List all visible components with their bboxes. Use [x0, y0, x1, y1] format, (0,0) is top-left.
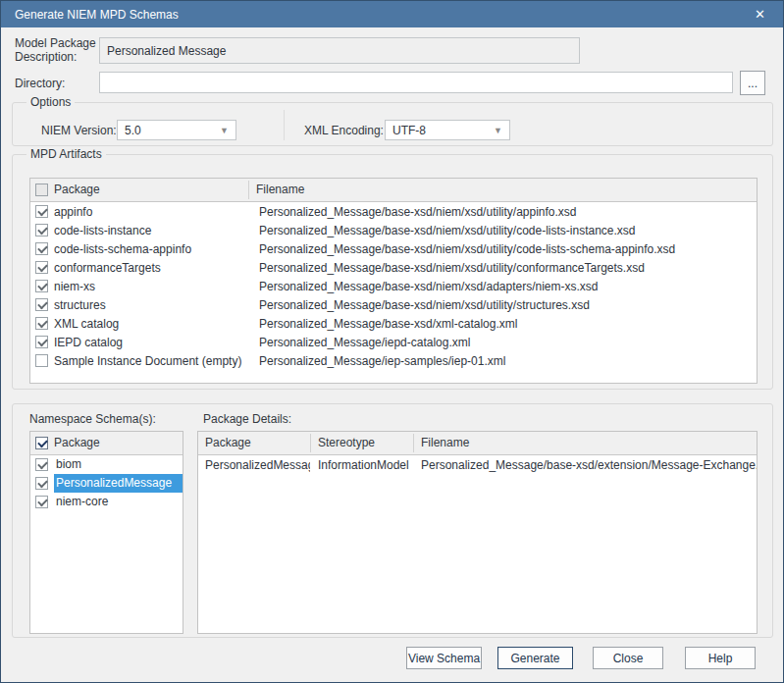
close-button[interactable]: Close	[593, 647, 663, 669]
artifact-package-name: niem-xs	[54, 280, 248, 293]
chevron-down-icon: ▼	[220, 126, 229, 135]
browse-directory-button[interactable]: ...	[740, 71, 765, 95]
artifact-filename: Personalized_Message/base-xsd/niem/xsd/a…	[248, 280, 757, 293]
artifact-filename: Personalized_Message/iep-samples/iep-01.…	[248, 354, 757, 368]
column-header-package[interactable]: Package	[205, 432, 251, 454]
mpd-artifact-row[interactable]: code-lists-schema-appinfoPersonalized_Me…	[30, 239, 757, 258]
artifact-package-name: XML catalog	[54, 317, 248, 331]
artifact-checkbox[interactable]	[35, 280, 48, 292]
artifact-checkbox[interactable]	[35, 354, 48, 367]
select-all-namespaces-checkbox[interactable]	[35, 437, 48, 449]
mpd-artifact-row[interactable]: code-lists-instancePersonalized_Message/…	[30, 221, 757, 239]
artifact-filename: Personalized_Message/base-xsd/xml-catalo…	[248, 317, 757, 331]
close-icon[interactable]: ✕	[751, 6, 769, 23]
model-package-description-label: Model Package Description:	[15, 36, 101, 64]
namespace-details-group: Namespace Schema(s): Package Details: Pa…	[12, 403, 773, 638]
artifact-package-name: Sample Instance Document (empty)	[54, 354, 248, 368]
artifact-checkbox[interactable]	[35, 317, 48, 330]
niem-version-label: NIEM Version:	[41, 124, 117, 137]
mpd-artifacts-body: appinfoPersonalized_Message/base-xsd/nie…	[30, 202, 757, 370]
namespace-item[interactable]: PersonalizedMessage	[30, 474, 183, 493]
mpd-artifact-row[interactable]: structuresPersonalized_Message/base-xsd/…	[30, 295, 757, 314]
namespace-checkbox[interactable]	[35, 458, 48, 471]
detail-filename: Personalized_Message/base-xsd/extension/…	[413, 458, 757, 472]
mpd-artifacts-header: Package Filename	[30, 179, 757, 202]
artifact-filename: Personalized_Message/base-xsd/niem/xsd/u…	[248, 205, 757, 219]
column-header-package[interactable]: Package	[54, 179, 100, 201]
namespace-list-header: Package	[30, 432, 183, 455]
mpd-artifacts-table: Package Filename appinfoPersonalized_Mes…	[29, 178, 758, 384]
column-header-package[interactable]: Package	[54, 432, 100, 454]
namespace-checkbox[interactable]	[35, 496, 48, 508]
artifact-filename: Personalized_Message/base-xsd/niem/xsd/u…	[248, 298, 757, 312]
package-details-body: PersonalizedMessageInformationModelPerso…	[198, 455, 757, 474]
directory-input[interactable]	[99, 72, 733, 93]
artifact-checkbox[interactable]	[35, 205, 48, 218]
xml-encoding-dropdown[interactable]: UTF-8 ▼	[385, 120, 510, 140]
mpd-artifact-row[interactable]: IEPD catalogPersonalized_Message/iepd-ca…	[30, 333, 757, 351]
artifact-filename: Personalized_Message/base-xsd/niem/xsd/u…	[248, 224, 757, 237]
column-header-stereotype[interactable]: Stereotype	[318, 432, 375, 454]
detail-package: PersonalizedMessage	[205, 458, 310, 472]
artifact-package-name: structures	[54, 298, 248, 312]
mpd-artifact-row[interactable]: niem-xsPersonalized_Message/base-xsd/nie…	[30, 277, 757, 295]
artifact-filename: Personalized_Message/base-xsd/niem/xsd/u…	[248, 242, 757, 256]
artifact-checkbox[interactable]	[35, 261, 48, 274]
generate-niem-mpd-schemas-dialog: Generate NIEM MPD Schemas ✕ Model Packag…	[0, 0, 784, 683]
xml-encoding-value: UTF-8	[392, 124, 426, 137]
mpd-artifact-row[interactable]: Sample Instance Document (empty)Personal…	[30, 351, 757, 370]
namespace-checkbox[interactable]	[35, 477, 48, 490]
help-button[interactable]: Help	[685, 647, 756, 669]
mpd-artifacts-group: MPD Artifacts Package Filename appinfoPe…	[12, 154, 773, 390]
artifact-checkbox[interactable]	[35, 298, 48, 311]
namespace-label: niem-core	[54, 493, 183, 511]
dialog-title: Generate NIEM MPD Schemas	[15, 8, 751, 22]
artifact-checkbox[interactable]	[35, 224, 48, 236]
column-divider[interactable]	[413, 434, 414, 452]
options-group: Options NIEM Version: 5.0 ▼ XML Encoding…	[12, 102, 773, 146]
namespace-label: biom	[54, 455, 183, 474]
artifact-package-name: code-lists-instance	[54, 224, 248, 237]
column-header-filename[interactable]: Filename	[421, 432, 469, 454]
chevron-down-icon: ▼	[494, 126, 502, 135]
column-header-filename[interactable]: Filename	[256, 179, 304, 201]
niem-version-value: 5.0	[125, 124, 141, 137]
package-details-table: Package Stereotype Filename Personalized…	[197, 431, 758, 634]
namespace-item[interactable]: niem-core	[30, 493, 183, 511]
namespace-list-body: biomPersonalizedMessageniem-core	[30, 455, 183, 511]
column-divider[interactable]	[248, 181, 249, 199]
namespace-item[interactable]: biom	[30, 455, 183, 474]
mpd-artifact-row[interactable]: appinfoPersonalized_Message/base-xsd/nie…	[30, 202, 757, 221]
artifact-package-name: appinfo	[54, 205, 248, 219]
mpd-artifacts-group-title: MPD Artifacts	[26, 147, 106, 161]
artifact-filename: Personalized_Message/iepd-catalog.xml	[248, 336, 757, 349]
artifact-filename: Personalized_Message/base-xsd/niem/xsd/u…	[248, 261, 757, 275]
view-schema-button[interactable]: View Schema	[406, 647, 482, 669]
package-details-row[interactable]: PersonalizedMessageInformationModelPerso…	[198, 455, 757, 474]
model-package-description-field: Personalized Message	[99, 37, 580, 64]
artifact-checkbox[interactable]	[35, 242, 48, 255]
options-group-title: Options	[26, 95, 75, 109]
xml-encoding-label: XML Encoding:	[304, 124, 384, 137]
mpd-artifact-row[interactable]: XML catalogPersonalized_Message/base-xsd…	[30, 314, 757, 333]
package-details-label: Package Details:	[203, 412, 291, 426]
artifact-package-name: code-lists-schema-appinfo	[54, 242, 248, 256]
column-divider[interactable]	[310, 434, 311, 452]
artifact-package-name: conformanceTargets	[54, 261, 248, 275]
namespace-list: Package biomPersonalizedMessageniem-core	[29, 431, 183, 634]
namespace-label: PersonalizedMessage	[54, 474, 183, 493]
artifact-checkbox[interactable]	[35, 336, 48, 348]
package-details-header: Package Stereotype Filename	[198, 432, 757, 455]
mpd-artifact-row[interactable]: conformanceTargetsPersonalized_Message/b…	[30, 258, 757, 277]
options-separator	[284, 110, 285, 140]
generate-button[interactable]: Generate	[497, 647, 573, 669]
select-all-artifacts-checkbox[interactable]	[35, 184, 48, 196]
namespace-schemas-label: Namespace Schema(s):	[29, 412, 156, 426]
niem-version-dropdown[interactable]: 5.0 ▼	[117, 120, 236, 140]
detail-stereotype: InformationModel	[310, 458, 413, 472]
directory-label: Directory:	[15, 77, 65, 90]
artifact-package-name: IEPD catalog	[54, 336, 248, 349]
titlebar: Generate NIEM MPD Schemas ✕	[1, 1, 783, 27]
